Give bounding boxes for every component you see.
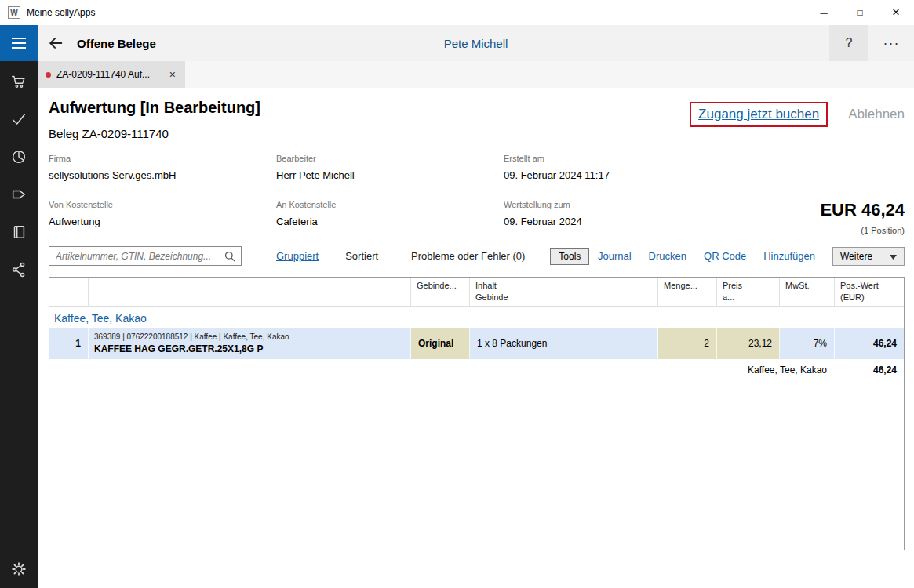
total-positions: (1 Position) xyxy=(820,226,905,235)
field-label: Firma xyxy=(49,154,260,163)
summary-value: 46,24 xyxy=(835,365,904,376)
minimize-button[interactable]: ─ xyxy=(806,0,842,25)
header-preis[interactable]: Preisa... xyxy=(717,278,780,307)
field-value: Cafeteria xyxy=(276,216,488,227)
document-fields: Firma sellysolutions Serv.ges.mbH Bearbe… xyxy=(49,154,905,227)
menge-cell[interactable]: 2 xyxy=(658,328,717,359)
document-header: Aufwertung [In Bearbeitung] Beleg ZA-020… xyxy=(49,99,905,140)
tools-button[interactable]: Tools xyxy=(550,248,589,265)
sidebar-item-journal[interactable] xyxy=(9,223,28,241)
tab-document[interactable]: ZA-0209-111740 Auf... × xyxy=(38,61,185,88)
field-value: Aufwertung xyxy=(49,216,260,227)
group-summary-row: Kaffee, Tee, Kakao 46,24 xyxy=(49,359,904,381)
summary-group-label: Kaffee, Tee, Kakao xyxy=(49,365,835,376)
check-icon xyxy=(10,111,27,128)
field-label: Erstellt am xyxy=(504,154,889,163)
field-row-2: Von Kostenstelle Aufwertung An Kostenste… xyxy=(49,200,905,227)
pie-chart-icon xyxy=(10,148,27,165)
field-label: An Kostenstelle xyxy=(276,200,488,209)
mwst-cell: 7% xyxy=(780,328,835,359)
grouped-toggle[interactable]: Gruppiert xyxy=(276,250,319,262)
field-value: Herr Pete Michell xyxy=(276,169,488,181)
group-header[interactable]: Kaffee, Tee, Kakao xyxy=(49,307,904,328)
preis-cell[interactable]: 23,12 xyxy=(717,328,780,359)
qr-code-link[interactable]: QR Code xyxy=(704,250,746,262)
field-erstellt-am: Erstellt am 09. Februar 2024 11:17 xyxy=(504,154,905,181)
book-now-link[interactable]: Zugang jetzt buchen xyxy=(698,107,819,122)
sidebar-nav xyxy=(0,61,38,588)
tab-label: ZA-0209-111740 Auf... xyxy=(56,69,162,80)
more-options-button[interactable]: ··· xyxy=(868,25,914,61)
cart-icon xyxy=(10,73,27,90)
sidebar-item-cart[interactable] xyxy=(9,73,28,90)
search-box xyxy=(49,246,242,266)
book-action-highlight: Zugang jetzt buchen xyxy=(690,102,828,127)
pos-wert-cell: 46,24 xyxy=(835,328,904,359)
search-icon[interactable] xyxy=(224,250,236,263)
page-title: Offene Belege xyxy=(77,37,156,50)
app-header: Offene Belege Pete Michell ? ··· xyxy=(38,25,914,61)
chevron-down-icon xyxy=(890,251,897,262)
tag-icon xyxy=(10,186,27,203)
main-panel: Offene Belege Pete Michell ? ··· ZA-0209… xyxy=(38,25,914,588)
tab-bar: ZA-0209-111740 Auf... × xyxy=(38,61,914,88)
inhalt-gebinde-cell: 1 x 8 Packungen xyxy=(470,328,658,359)
field-label: Von Kostenstelle xyxy=(49,200,260,209)
close-button[interactable]: × xyxy=(878,0,914,25)
header-gebinde[interactable]: Gebinde... xyxy=(411,278,470,307)
problems-filter[interactable]: Probleme oder Fehler (0) xyxy=(411,250,525,262)
header-mwst[interactable]: MwSt. xyxy=(780,278,835,307)
back-button[interactable] xyxy=(38,25,74,61)
hamburger-menu-button[interactable] xyxy=(0,25,38,61)
header-inhalt-gebinde[interactable]: InhaltGebinde xyxy=(470,278,658,307)
table-row[interactable]: 1 369389 | 07622200188512 | Kaffee | Kaf… xyxy=(49,328,904,359)
document-actions: Zugang jetzt buchen Ablehnen xyxy=(690,102,905,127)
sidebar-item-tasks[interactable] xyxy=(9,111,28,128)
journal-icon xyxy=(10,223,27,241)
maximize-button[interactable]: □ xyxy=(842,0,878,25)
share-icon xyxy=(10,261,27,278)
document-titles: Aufwertung [In Bearbeitung] Beleg ZA-020… xyxy=(49,99,260,140)
add-link[interactable]: Hinzufügen xyxy=(763,250,815,262)
sidebar xyxy=(0,25,38,588)
header-pos-wert[interactable]: Pos.-Wert(EUR) xyxy=(835,278,904,307)
journal-link[interactable]: Journal xyxy=(598,250,632,262)
sidebar-item-settings[interactable] xyxy=(9,561,28,578)
header-article xyxy=(89,278,411,307)
field-row-1: Firma sellysolutions Serv.ges.mbH Bearbe… xyxy=(49,154,905,181)
sidebar-item-articles[interactable] xyxy=(9,186,28,203)
field-bearbeiter: Bearbeiter Herr Pete Michell xyxy=(276,154,504,181)
sidebar-item-reports[interactable] xyxy=(9,148,28,165)
field-firma: Firma sellysolutions Serv.ges.mbH xyxy=(49,154,276,181)
article-cell: 369389 | 07622200188512 | Kaffee | Kaffe… xyxy=(89,328,411,359)
gebinde-cell[interactable]: Original xyxy=(411,328,470,359)
search-input[interactable] xyxy=(56,251,224,262)
current-user[interactable]: Pete Michell xyxy=(444,37,508,50)
positions-table: Gebinde... InhaltGebinde Menge... Preisa… xyxy=(49,277,905,550)
document-title: Aufwertung [In Bearbeitung] xyxy=(49,99,260,117)
article-name: KAFFEE HAG GEGR.GETR.25X1,8G P xyxy=(94,343,263,354)
window-controls: ─ □ × xyxy=(806,0,914,25)
article-meta: 369389 | 07622200188512 | Kaffee | Kaffe… xyxy=(94,332,289,341)
position-number: 1 xyxy=(49,328,89,359)
tab-close-icon[interactable]: × xyxy=(168,68,177,81)
field-an-kostenstelle: An Kostenstelle Cafeteria xyxy=(276,200,504,227)
document-total: EUR 46,24 (1 Position) xyxy=(820,200,905,235)
document-view: Aufwertung [In Bearbeitung] Beleg ZA-020… xyxy=(38,88,914,588)
table-header-row: Gebinde... InhaltGebinde Menge... Preisa… xyxy=(49,278,904,307)
more-actions-dropdown[interactable]: Weitere xyxy=(832,247,905,266)
help-button[interactable]: ? xyxy=(829,25,868,61)
app-icon: W xyxy=(8,6,20,19)
document-number: Beleg ZA-0209-111740 xyxy=(49,127,260,140)
sorted-toggle[interactable]: Sortiert xyxy=(345,250,378,262)
reject-link[interactable]: Ablehnen xyxy=(848,107,905,122)
field-value: 09. Februar 2024 11:17 xyxy=(504,169,889,181)
header-actions: ? ··· xyxy=(829,25,914,61)
back-arrow-icon xyxy=(47,34,64,52)
gear-icon xyxy=(10,561,27,578)
header-menge[interactable]: Menge... xyxy=(658,278,717,307)
app-shell: Offene Belege Pete Michell ? ··· ZA-0209… xyxy=(0,25,914,588)
sidebar-item-share[interactable] xyxy=(9,261,28,278)
print-link[interactable]: Drucken xyxy=(649,250,686,262)
field-label: Bearbeiter xyxy=(276,154,488,163)
